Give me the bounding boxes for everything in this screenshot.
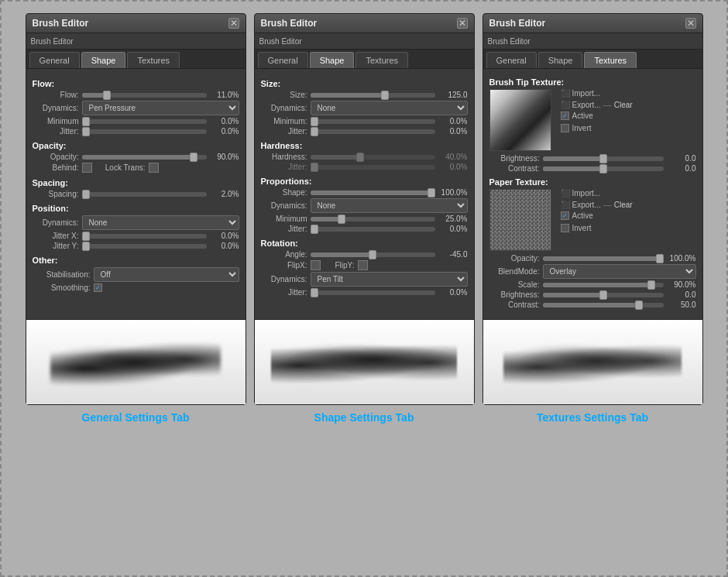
hardness-value: 40.0%	[438, 153, 468, 161]
tab-shape-shape[interactable]: Shape	[310, 52, 355, 68]
shape-preview	[255, 319, 474, 404]
tab-shape-general[interactable]: General	[258, 52, 308, 68]
brush-tip-clear-button[interactable]: Clear	[614, 101, 633, 109]
tip-contrast-slider[interactable]	[543, 167, 664, 171]
flipx-checkbox[interactable]	[311, 260, 321, 270]
jitter-x-row: Jitter X: 0.0%	[33, 232, 239, 240]
tab-tex-general[interactable]: General	[486, 52, 537, 68]
flow-row: Flow: 11.0%	[33, 91, 239, 99]
rot-dynamics-select[interactable]: Pen Tilt	[311, 272, 468, 287]
prop-minimum-label: Minimum	[261, 215, 307, 223]
textures-titlebar: Brush Editor ✕	[483, 14, 702, 33]
prop-jitter-slider[interactable]	[311, 227, 435, 232]
flow-minimum-slider[interactable]	[82, 119, 207, 124]
tab-shape-textures[interactable]: Textures	[355, 52, 408, 68]
size-minimum-row: Minimum: 0.0%	[261, 117, 468, 125]
position-dynamics-select[interactable]: None	[82, 215, 239, 230]
hardness-section: Hardness:	[261, 141, 468, 150]
paper-scale-slider[interactable]	[543, 283, 664, 287]
spacing-slider[interactable]	[82, 192, 207, 197]
shape-slider[interactable]	[311, 191, 435, 195]
opacity-slider[interactable]	[82, 155, 207, 160]
paper-blendmode-row: BlendMode: Overlay	[489, 264, 696, 279]
flow-dynamics-select[interactable]: Pen Pressure	[82, 101, 239, 115]
general-close-button[interactable]: ✕	[228, 18, 239, 29]
proportions-section: Proportions:	[261, 177, 468, 186]
smoothing-checkbox[interactable]: ✓	[94, 283, 102, 292]
lock-trans-checkbox[interactable]	[149, 163, 159, 173]
textures-panel-title: Brush Editor	[489, 18, 546, 29]
smoothing-label: Smoothing:	[33, 283, 91, 292]
brush-tip-invert-row: Invert	[561, 124, 696, 132]
tab-general-textures[interactable]: Textures	[127, 52, 180, 68]
tab-general-general[interactable]: General	[29, 52, 80, 68]
opacity-options-row: Behind: Lock Trans:	[33, 163, 239, 173]
shape-panel: Brush Editor ✕ Brush Editor General Shap…	[254, 13, 475, 405]
tip-contrast-label: Contrast:	[489, 164, 540, 173]
size-dynamics-label: Dynamics:	[261, 104, 307, 112]
general-caption-text: General Settings Tab	[82, 411, 190, 424]
paper-brightness-slider[interactable]	[543, 293, 664, 297]
opacity-value: 90.0%	[210, 153, 239, 161]
brush-tip-export-button[interactable]: ⬛ Export...	[561, 101, 601, 109]
size-jitter-slider[interactable]	[311, 129, 435, 134]
behind-checkbox[interactable]	[82, 163, 92, 173]
paper-contrast-slider[interactable]	[543, 303, 664, 307]
tip-brightness-slider[interactable]	[543, 156, 664, 161]
angle-value: -45.0	[438, 250, 468, 259]
import-icon: ⬛	[561, 89, 570, 98]
textures-caption-text: Textures Settings Tab	[537, 411, 648, 424]
stabilisation-select[interactable]: Off	[94, 267, 239, 282]
prop-dynamics-select[interactable]: None	[311, 198, 468, 213]
shape-close-button[interactable]: ✕	[457, 18, 468, 29]
brush-tip-import-button[interactable]: ⬛ Import...	[561, 89, 696, 98]
jitter-x-label: Jitter X:	[33, 232, 79, 240]
size-minimum-label: Minimum:	[261, 117, 307, 125]
flow-dynamics-label: Dynamics:	[33, 104, 79, 112]
jitter-x-slider[interactable]	[82, 234, 207, 239]
lock-trans-label: Lock Trans:	[95, 163, 146, 172]
paper-invert-checkbox[interactable]	[561, 224, 569, 232]
brush-tip-active-checkbox[interactable]: ✓	[561, 112, 569, 120]
size-slider[interactable]	[311, 93, 435, 98]
flow-slider[interactable]	[82, 93, 207, 98]
brush-tip-invert-checkbox[interactable]	[561, 124, 569, 132]
brush-tip-active-row: ✓ Active	[561, 112, 696, 120]
prop-minimum-slider[interactable]	[311, 217, 435, 222]
angle-row: Angle: -45.0	[261, 250, 468, 259]
hardness-jitter-slider[interactable]	[311, 165, 435, 170]
paper-clear-button[interactable]: Clear	[614, 201, 633, 209]
size-row: Size: 125.0	[261, 91, 468, 99]
rot-dynamics-row: Dynamics: Pen Tilt	[261, 272, 468, 287]
tab-general-shape[interactable]: Shape	[81, 52, 126, 68]
flow-section: Flow:	[33, 79, 239, 88]
size-minimum-slider[interactable]	[311, 119, 435, 124]
paper-opacity-slider[interactable]	[543, 256, 664, 261]
jitter-y-slider[interactable]	[82, 244, 207, 249]
paper-export-label: Export...	[572, 201, 601, 209]
size-section: Size:	[261, 79, 468, 88]
size-dynamics-select[interactable]: None	[311, 101, 468, 115]
paper-import-label: Import...	[572, 189, 601, 197]
angle-slider[interactable]	[311, 252, 435, 257]
flow-jitter-slider[interactable]	[82, 129, 207, 134]
hardness-slider[interactable]	[311, 155, 435, 160]
flipy-checkbox[interactable]	[358, 260, 368, 270]
rot-jitter-label: Jitter:	[261, 288, 307, 297]
captions-row: General Settings Tab Shape Settings Tab …	[26, 411, 703, 424]
paper-import-button[interactable]: ⬛ Import...	[561, 189, 696, 197]
general-panel-title: Brush Editor	[33, 18, 89, 29]
paper-contrast-value: 50.0	[667, 301, 696, 309]
paper-export-button[interactable]: ⬛ Export...	[561, 201, 601, 209]
rot-jitter-slider[interactable]	[311, 290, 435, 295]
paper-blendmode-select[interactable]: Overlay	[543, 264, 696, 279]
tab-tex-shape[interactable]: Shape	[538, 52, 583, 68]
angle-label: Angle:	[261, 250, 307, 259]
position-dynamics-row: Dynamics: None	[33, 215, 239, 230]
textures-close-button[interactable]: ✕	[685, 18, 696, 29]
tab-tex-textures[interactable]: Textures	[584, 52, 637, 68]
paper-invert-label: Invert	[572, 224, 592, 232]
rot-dynamics-label: Dynamics:	[261, 275, 307, 283]
position-dynamics-label: Dynamics:	[33, 218, 79, 227]
paper-active-checkbox[interactable]: ✓	[561, 211, 569, 220]
